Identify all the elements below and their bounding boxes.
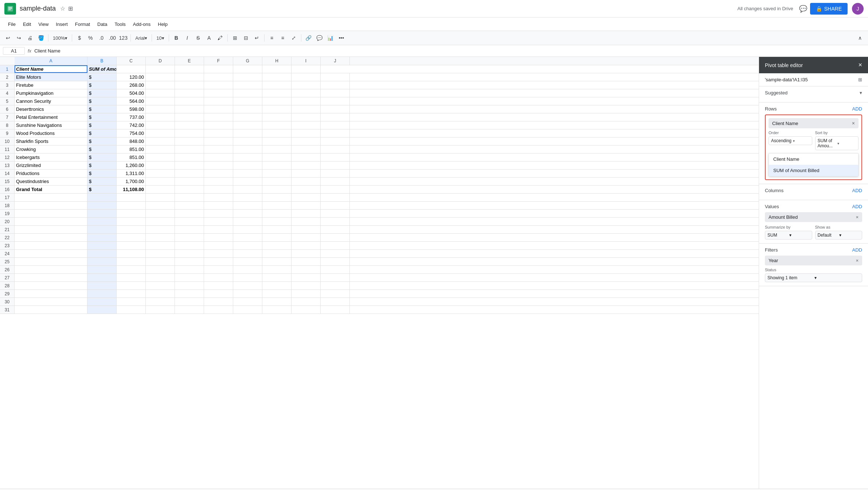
cell-g27[interactable] [233, 274, 262, 281]
cell-f2[interactable] [204, 73, 233, 81]
cell-f14[interactable] [204, 170, 233, 177]
cell-c31[interactable] [117, 306, 146, 314]
cell-i7[interactable] [292, 113, 321, 121]
cell-j23[interactable] [321, 242, 350, 249]
cell-j24[interactable] [321, 250, 350, 257]
cell-h22[interactable] [262, 234, 292, 241]
cell-e29[interactable] [175, 290, 204, 298]
cell-b19[interactable] [87, 210, 117, 217]
cell-f29[interactable] [204, 290, 233, 298]
cell-a26[interactable] [15, 266, 87, 273]
cell-i29[interactable] [292, 290, 321, 298]
align-button[interactable]: ≡ [267, 33, 277, 43]
cell-b9[interactable]: $ [87, 129, 117, 137]
cell-j22[interactable] [321, 234, 350, 241]
cell-a24[interactable] [15, 250, 87, 257]
cell-b29[interactable] [87, 290, 117, 298]
cell-c17[interactable] [117, 194, 146, 201]
cell-g10[interactable] [233, 137, 262, 145]
menu-item-help[interactable]: Help [154, 20, 171, 28]
cell-e30[interactable] [175, 298, 204, 306]
cell-d4[interactable] [146, 89, 175, 97]
col-header-J[interactable]: J [321, 57, 350, 65]
cell-g31[interactable] [233, 306, 262, 314]
cell-e5[interactable] [175, 97, 204, 105]
cell-d18[interactable] [146, 202, 175, 209]
col-header-E[interactable]: E [175, 57, 204, 65]
cell-e25[interactable] [175, 258, 204, 265]
filter-status-select[interactable]: Showing 1 item ▾ [765, 273, 862, 282]
cell-h31[interactable] [262, 306, 292, 314]
values-add-button[interactable]: ADD [852, 204, 862, 209]
cell-g14[interactable] [233, 170, 262, 177]
menu-item-edit[interactable]: Edit [19, 20, 35, 28]
columns-add-button[interactable]: ADD [852, 188, 862, 193]
cell-e4[interactable] [175, 89, 204, 97]
cell-c12[interactable]: 851.00 [117, 153, 146, 161]
cell-b14[interactable]: $ [87, 170, 117, 177]
cell-f23[interactable] [204, 242, 233, 249]
cell-f27[interactable] [204, 274, 233, 281]
cell-j19[interactable] [321, 210, 350, 217]
cell-i3[interactable] [292, 81, 321, 89]
cell-f22[interactable] [204, 234, 233, 241]
cell-e11[interactable] [175, 145, 204, 153]
decimal-decrease-button[interactable]: .0 [96, 33, 106, 43]
col-header-B[interactable]: B [87, 57, 117, 65]
share-button[interactable]: 🔒 SHARE [810, 3, 848, 15]
cell-h27[interactable] [262, 274, 292, 281]
cell-d6[interactable] [146, 105, 175, 113]
cell-c13[interactable]: 1,260.00 [117, 162, 146, 169]
currency-button[interactable]: $ [74, 33, 85, 43]
menu-item-file[interactable]: File [4, 20, 19, 28]
cell-e2[interactable] [175, 73, 204, 81]
cell-g24[interactable] [233, 250, 262, 257]
cell-g28[interactable] [233, 282, 262, 289]
cell-e20[interactable] [175, 218, 204, 225]
cell-i12[interactable] [292, 153, 321, 161]
cell-j7[interactable] [321, 113, 350, 121]
cell-b2[interactable]: $ [87, 73, 117, 81]
cell-g29[interactable] [233, 290, 262, 298]
cell-i16[interactable] [292, 186, 321, 193]
cell-j16[interactable] [321, 186, 350, 193]
cell-h24[interactable] [262, 250, 292, 257]
cell-d3[interactable] [146, 81, 175, 89]
cell-c29[interactable] [117, 290, 146, 298]
star-icon[interactable]: ☆ [60, 5, 65, 12]
cell-a29[interactable] [15, 290, 87, 298]
cell-b11[interactable]: $ [87, 145, 117, 153]
cell-c5[interactable]: 564.00 [117, 97, 146, 105]
cell-j12[interactable] [321, 153, 350, 161]
cell-d29[interactable] [146, 290, 175, 298]
cell-f31[interactable] [204, 306, 233, 314]
cell-f24[interactable] [204, 250, 233, 257]
cell-a1[interactable]: Client Name [15, 65, 87, 73]
cell-h28[interactable] [262, 282, 292, 289]
cell-g16[interactable] [233, 186, 262, 193]
cell-d2[interactable] [146, 73, 175, 81]
cell-d13[interactable] [146, 162, 175, 169]
cell-g6[interactable] [233, 105, 262, 113]
cell-e27[interactable] [175, 274, 204, 281]
folder-icon[interactable]: ⊞ [68, 5, 73, 12]
cell-i9[interactable] [292, 129, 321, 137]
cell-c27[interactable] [117, 274, 146, 281]
cell-g17[interactable] [233, 194, 262, 201]
font-size-dropdown[interactable]: 10 ▾ [154, 33, 166, 43]
cell-b7[interactable]: $ [87, 113, 117, 121]
cell-h17[interactable] [262, 194, 292, 201]
cell-f11[interactable] [204, 145, 233, 153]
dropdown-item-client-name[interactable]: Client Name [769, 153, 858, 165]
cell-j14[interactable] [321, 170, 350, 177]
zoom-dropdown[interactable]: 100% ▾ [51, 33, 70, 43]
cell-g18[interactable] [233, 202, 262, 209]
cell-d24[interactable] [146, 250, 175, 257]
redo-button[interactable]: ↪ [14, 33, 24, 43]
spreadsheet-grid[interactable]: 1Client NameSUM of Amount2Elite Motors$1… [0, 65, 759, 488]
cell-h13[interactable] [262, 162, 292, 169]
cell-g26[interactable] [233, 266, 262, 273]
cell-c28[interactable] [117, 282, 146, 289]
cell-c18[interactable] [117, 202, 146, 209]
filters-add-button[interactable]: ADD [852, 247, 862, 253]
